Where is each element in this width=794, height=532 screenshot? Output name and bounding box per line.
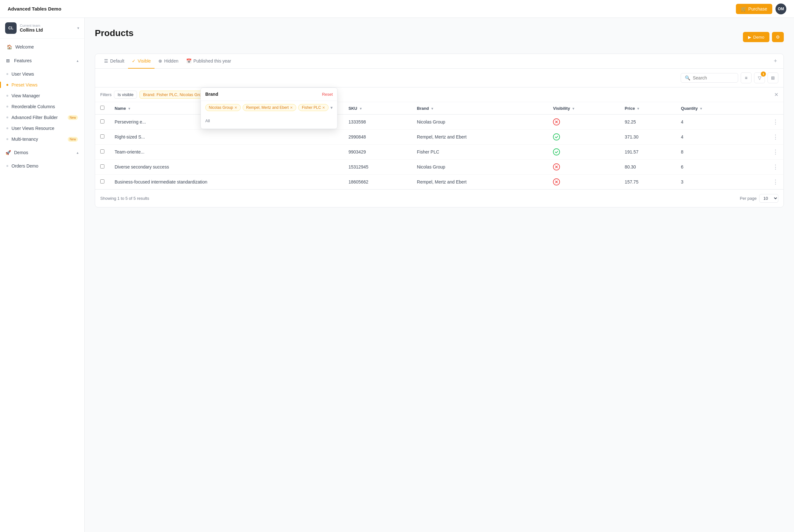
tab-label: Hidden — [164, 58, 178, 63]
row-price: 157.75 — [620, 175, 676, 190]
page-header-actions: ▶ Demo ⚙ — [743, 32, 784, 42]
sidebar-item-multi-tenancy[interactable]: Multi-tenancy New — [0, 134, 84, 145]
features-group-header[interactable]: ⊞ Features ▲ — [0, 55, 84, 66]
sidebar-item-welcome[interactable]: 🏠 Welcome — [0, 41, 84, 53]
filter-button[interactable]: ▽ 1 — [754, 73, 765, 83]
nav-dot — [6, 165, 8, 167]
row-checkbox-cell — [95, 159, 110, 175]
close-filters-button[interactable]: ✕ — [774, 92, 778, 98]
sort-icon: ▾ — [572, 107, 574, 110]
brand-dropdown: Brand Reset Nicolas Group ✕ Rempel, Mert… — [201, 88, 338, 129]
row-visibility — [548, 130, 620, 145]
products-table: Name ▾ SKU ▾ Brand ▾ Visibility ▾ — [95, 102, 783, 189]
th-visibility[interactable]: Visibility ▾ — [548, 102, 620, 115]
is-visible-filter-chip[interactable]: Is visible — [114, 91, 137, 99]
row-actions-menu[interactable]: ⋮ — [747, 145, 783, 159]
row-actions-menu[interactable]: ⋮ — [747, 175, 783, 190]
table-body: Persevering e... 1333598 Nicolas Group 9… — [95, 115, 783, 190]
tab-hidden[interactable]: ⊗ Hidden — [154, 54, 182, 69]
sidebar-item-reorderable-columns[interactable]: Reorderable Columns — [0, 101, 84, 112]
row-actions-menu[interactable]: ⋮ — [747, 159, 783, 175]
dropdown-option-all[interactable]: All — [205, 116, 333, 126]
row-visibility — [548, 145, 620, 159]
row-brand: Rempel, Mertz and Ebert — [412, 130, 548, 145]
nav-dot — [6, 138, 8, 140]
search-input[interactable] — [693, 75, 734, 80]
sidebar: CL Current team Collins Ltd ▾ 🏠 Welcome … — [0, 18, 84, 532]
row-actions-menu[interactable]: ⋮ — [747, 115, 783, 130]
row-sku: 18605662 — [343, 175, 412, 190]
tag-label: Rempel, Mertz and Ebert — [246, 105, 289, 110]
topnav: Advanced Tables Demo 🛒 Purchase OM — [0, 0, 794, 18]
team-selector[interactable]: CL Current team Collins Ltd ▾ — [0, 18, 84, 39]
sort-icon: ▾ — [637, 107, 639, 110]
row-price: 80.30 — [620, 159, 676, 175]
row-checkbox[interactable] — [100, 119, 105, 124]
search-icon: 🔍 — [685, 75, 690, 80]
nav-section-top: 🏠 Welcome — [0, 39, 84, 55]
dropdown-title: Brand — [205, 92, 218, 97]
add-tab-button[interactable]: + — [772, 56, 778, 66]
svg-point-1 — [553, 134, 560, 140]
row-sku: 15312945 — [343, 159, 412, 175]
columns-button[interactable]: ≡ — [741, 73, 752, 83]
avatar[interactable]: OM — [775, 3, 786, 14]
row-checkbox[interactable] — [100, 149, 105, 153]
team-avatar: CL — [5, 22, 17, 34]
tab-visible[interactable]: ✓ Visible — [128, 54, 154, 69]
grid-icon: ⊞ — [771, 75, 775, 80]
purchase-button[interactable]: 🛒 Purchase — [736, 4, 772, 14]
table-card: ☰ Default ✓ Visible ⊗ Hidden 📅 Published… — [95, 54, 784, 207]
row-name: Right-sized S... — [110, 130, 343, 145]
row-price: 92.25 — [620, 115, 676, 130]
view-toggle-button[interactable]: ⊞ — [768, 73, 778, 83]
row-checkbox[interactable] — [100, 134, 105, 138]
rocket-icon: 🚀 — [5, 150, 11, 155]
dropdown-collapse-icon[interactable]: ▾ — [330, 104, 333, 111]
remove-tag-icon[interactable]: ✕ — [322, 106, 325, 110]
tag-nicolas-group[interactable]: Nicolas Group ✕ — [205, 104, 241, 111]
sort-icon: ▾ — [360, 107, 362, 110]
dropdown-reset-button[interactable]: Reset — [322, 92, 333, 97]
sidebar-item-preset-views[interactable]: Preset Views — [0, 79, 84, 90]
settings-button[interactable]: ⚙ — [772, 32, 784, 42]
demo-button[interactable]: ▶ Demo — [743, 32, 770, 42]
demos-group-label: Demos — [14, 150, 28, 155]
nav-dot — [6, 127, 8, 129]
filters-label: Filters — [100, 92, 111, 97]
features-nav-items: User Views Preset Views View Manager Reo… — [0, 66, 84, 147]
select-all-checkbox[interactable] — [100, 106, 105, 110]
row-checkbox[interactable] — [100, 179, 105, 184]
tag-fisher-plc[interactable]: Fisher PLC ✕ — [298, 104, 328, 111]
sidebar-item-user-views-resource[interactable]: User Views Resource — [0, 123, 84, 134]
tab-default[interactable]: ☰ Default — [100, 54, 128, 69]
row-actions-menu[interactable]: ⋮ — [747, 130, 783, 145]
row-sku: 2990848 — [343, 130, 412, 145]
demos-group-header[interactable]: 🚀 Demos ▲ — [0, 147, 84, 158]
th-price[interactable]: Price ▾ — [620, 102, 676, 115]
tag-rempel[interactable]: Rempel, Mertz and Ebert ✕ — [243, 104, 296, 111]
row-name: Diverse secondary success — [110, 159, 343, 175]
row-checkbox[interactable] — [100, 164, 105, 169]
sidebar-item-label: View Manager — [12, 93, 40, 98]
row-brand: Nicolas Group — [412, 115, 548, 130]
row-name: Business-focused intermediate standardiz… — [110, 175, 343, 190]
tabs-bar: ☰ Default ✓ Visible ⊗ Hidden 📅 Published… — [95, 54, 783, 69]
th-sku[interactable]: SKU ▾ — [343, 102, 412, 115]
per-page-select[interactable]: 10 25 50 100 — [759, 194, 778, 203]
columns-icon: ≡ — [745, 75, 748, 80]
check-circle-icon — [553, 148, 560, 155]
sidebar-item-orders-demo[interactable]: Orders Demo — [0, 160, 84, 171]
remove-tag-icon[interactable]: ✕ — [234, 106, 237, 110]
th-brand[interactable]: Brand ▾ — [412, 102, 548, 115]
table-wrapper: Name ▾ SKU ▾ Brand ▾ Visibility ▾ — [95, 102, 783, 189]
toolbar: 🔍 ≡ ▽ 1 ⊞ — [95, 69, 783, 88]
sidebar-item-advanced-filter-builder[interactable]: Advanced Filter Builder New — [0, 112, 84, 123]
search-box[interactable]: 🔍 — [681, 73, 738, 83]
th-quantity[interactable]: Quantity ▾ — [676, 102, 748, 115]
tab-published-this-year[interactable]: 📅 Published this year — [182, 54, 235, 69]
remove-tag-icon[interactable]: ✕ — [290, 106, 293, 110]
sidebar-item-view-manager[interactable]: View Manager — [0, 90, 84, 101]
sidebar-item-user-views[interactable]: User Views — [0, 69, 84, 79]
pagination-info: Showing 1 to 5 of 5 results — [100, 196, 149, 201]
